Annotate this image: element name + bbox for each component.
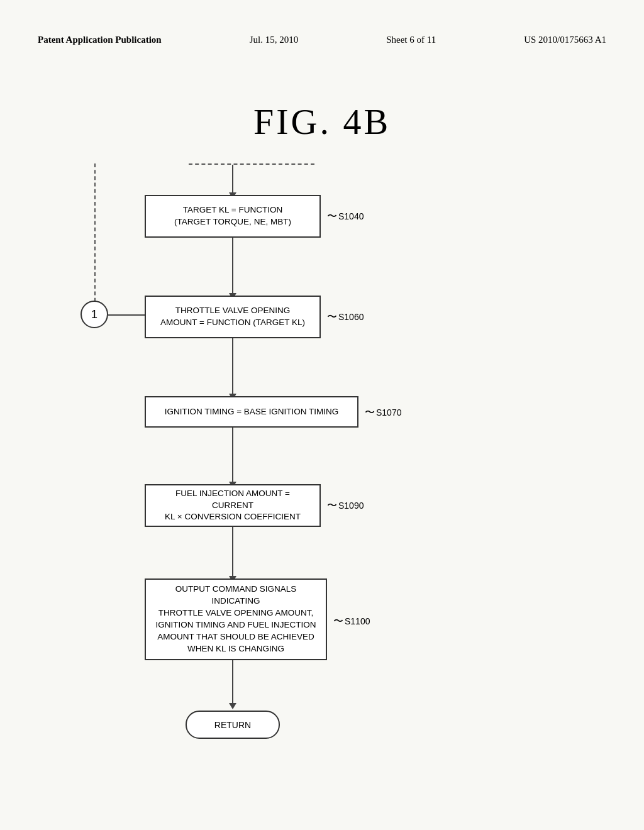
step-s1060-box: THROTTLE VALVE OPENING AMOUNT = FUNCTION… [145, 296, 321, 338]
s1040-text2: (TARGET TORQUE, NE, MBT) [174, 216, 291, 228]
patent-page: Patent Application Publication Jul. 15, … [0, 0, 644, 830]
s1070-label: 〜S1070 [365, 406, 401, 419]
step-s1070-box: IGNITION TIMING = BASE IGNITION TIMING [145, 396, 358, 428]
circle-to-s1060-line [108, 314, 145, 316]
step-s1040-box: TARGET KL = FUNCTION (TARGET TORQUE, NE,… [145, 195, 321, 238]
page-header: Patent Application Publication Jul. 15, … [0, 35, 644, 45]
publication-label: Patent Application Publication [38, 35, 162, 45]
connector-circle-1: 1 [80, 301, 108, 328]
figure-title: FIG. 4B [253, 101, 391, 143]
patent-number-label: US 2010/0175663 A1 [524, 35, 606, 45]
s1090-label: 〜S1090 [327, 499, 364, 512]
arrow-to-s1040 [232, 165, 233, 194]
step-s1100-box: OUTPUT COMMAND SIGNALS INDICATING THROTT… [145, 578, 327, 660]
s1100-text4: AMOUNT THAT SHOULD BE ACHIEVED [155, 631, 317, 643]
s1100-label: 〜S1100 [333, 615, 370, 628]
arrow-to-return [232, 660, 233, 704]
entry-dashed-line [189, 163, 314, 165]
arrow-to-s1090 [232, 428, 233, 483]
loop-dashed-line [94, 163, 96, 314]
sheet-label: Sheet 6 of 11 [386, 35, 436, 45]
s1090-text1: FUEL INJECTION AMOUNT = CURRENT [155, 488, 311, 512]
step-s1090-box: FUEL INJECTION AMOUNT = CURRENT KL × CON… [145, 484, 321, 527]
s1060-text1: THROTTLE VALVE OPENING [160, 305, 305, 317]
s1040-text1: TARGET KL = FUNCTION [174, 204, 291, 216]
arrow-to-s1070 [232, 338, 233, 395]
s1060-text2: AMOUNT = FUNCTION (TARGET KL) [160, 317, 305, 329]
s1040-label: 〜S1040 [327, 210, 364, 223]
s1100-text5: WHEN KL IS CHANGING [155, 643, 317, 655]
return-label: RETURN [214, 720, 251, 730]
s1090-text2: KL × CONVERSION COEFFICIENT [155, 511, 311, 523]
s1060-label: 〜S1060 [327, 311, 364, 324]
date-label: Jul. 15, 2010 [250, 35, 299, 45]
flowchart: TARGET KL = FUNCTION (TARGET TORQUE, NE,… [63, 163, 606, 780]
s1070-text: IGNITION TIMING = BASE IGNITION TIMING [165, 406, 339, 418]
s1100-text2: THROTTLE VALVE OPENING AMOUNT, [155, 607, 317, 619]
return-terminal: RETURN [186, 711, 280, 739]
s1100-text1: OUTPUT COMMAND SIGNALS INDICATING [155, 584, 317, 607]
arrow-to-s1100 [232, 527, 233, 577]
arrow-to-s1060 [232, 238, 233, 294]
s1100-text3: IGNITION TIMING AND FUEL INJECTION [155, 619, 317, 631]
